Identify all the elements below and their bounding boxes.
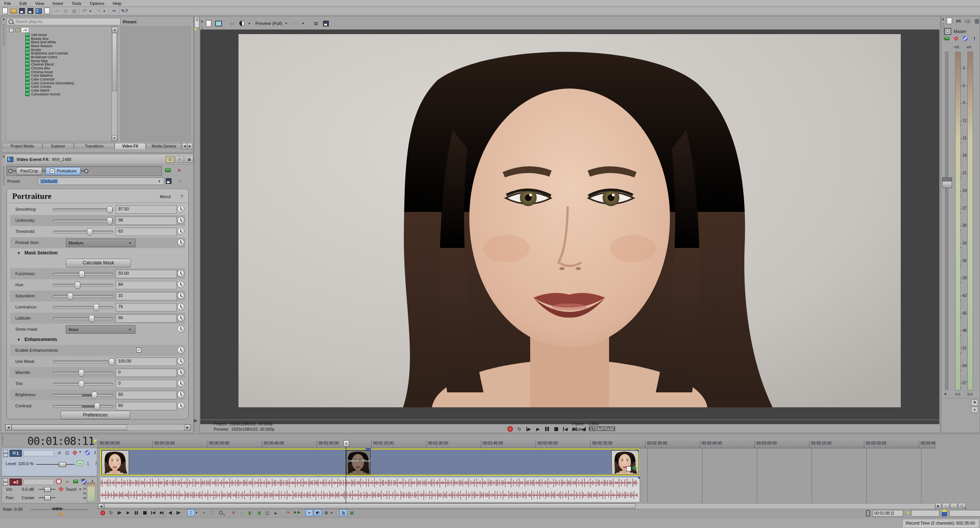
animate-clock-icon[interactable]	[177, 314, 185, 321]
hue-slider[interactable]	[53, 282, 113, 288]
cut-icon[interactable]: ✂	[54, 8, 61, 15]
menu-item[interactable]: Tools	[67, 1, 86, 6]
saturation-value[interactable]: 31	[116, 292, 177, 300]
mixer-view-icon[interactable]: ▥	[973, 17, 980, 24]
tab-transitions[interactable]: Transitions	[74, 143, 114, 149]
luminance-slider[interactable]	[53, 304, 113, 310]
preview-quality-dropdown-icon[interactable]: ▾	[285, 21, 289, 25]
close-icon[interactable]: x	[942, 17, 944, 21]
audio-track-number-chip[interactable]: ◀2	[10, 479, 22, 485]
search-input[interactable]	[15, 19, 112, 24]
copy-snapshot-icon[interactable]: ⧉	[312, 20, 319, 27]
use-mask-value[interactable]: 100.00	[116, 357, 177, 366]
undo-dropdown-icon[interactable]: ▾	[90, 9, 93, 13]
scrollbar-thumb[interactable]	[112, 33, 117, 91]
scroll-up-icon[interactable]: ▲	[971, 407, 978, 413]
help-button[interactable]: ?	[181, 194, 183, 199]
scroll-down-icon[interactable]: ▼	[112, 135, 117, 141]
fuzziness-slider[interactable]	[53, 271, 113, 277]
pan-crop-event-icon[interactable]	[626, 466, 631, 471]
play-from-start-icon[interactable]: ▶	[116, 509, 123, 516]
save-snapshot-icon[interactable]	[322, 20, 329, 27]
meter-db-left[interactable]: 0.0	[955, 392, 960, 396]
previous-frame-icon[interactable]: ◀	[166, 509, 174, 516]
animate-clock-icon[interactable]	[177, 369, 185, 376]
scrub-control-icon[interactable]: ◀◀▶▶	[51, 506, 62, 511]
tree-collapse-icon[interactable]: −	[9, 28, 13, 32]
split-event-icon[interactable]: ◫	[263, 509, 271, 516]
marker-flag-icon[interactable]: ⚑	[971, 400, 978, 406]
split-screen-view-icon[interactable]	[238, 20, 245, 27]
automation-dropdown-icon[interactable]: ▾	[79, 450, 83, 456]
track-meter-peak[interactable]: -Inf.	[80, 478, 86, 482]
new-project-icon[interactable]	[2, 8, 8, 15]
animate-clock-icon[interactable]	[177, 205, 185, 213]
whats-this-help-icon[interactable]: ✎?	[121, 8, 128, 15]
calculate-mask-button[interactable]: Calculate Mask	[66, 259, 131, 267]
make-composite-child-icon[interactable]: ⤵	[85, 461, 91, 466]
go-to-start-icon[interactable]: ◀	[149, 509, 157, 516]
trim-end-icon[interactable]: ◨	[255, 509, 263, 516]
timeline-ruler[interactable]: 00:00:00:0000:00:15:0000:00:30:0000:00:4…	[98, 440, 936, 448]
animate-clock-icon[interactable]	[177, 228, 185, 235]
plugin-list-item[interactable]: Channel Blend	[6, 63, 112, 67]
meter-db-right[interactable]: 0.0	[967, 392, 972, 396]
use-mask-slider[interactable]	[53, 358, 113, 365]
lock-fader-icon[interactable]: 🔒︎	[944, 391, 946, 396]
master-fader-handle[interactable]	[942, 177, 952, 188]
uniformity-slider[interactable]	[53, 217, 113, 224]
track-fx-icon[interactable]	[72, 479, 79, 484]
menu-item[interactable]: Insert	[48, 1, 67, 6]
bus-icon[interactable]	[944, 28, 951, 35]
tab-explorer[interactable]: Explorer	[42, 143, 74, 149]
track-meter[interactable]	[87, 482, 95, 502]
project-properties-icon[interactable]	[35, 8, 42, 15]
video-event[interactable]: (Media Offline) ✚	[100, 449, 639, 476]
smoothing-slider[interactable]	[53, 206, 113, 213]
hue-value[interactable]: 84	[116, 281, 177, 289]
menu-item[interactable]: View	[31, 1, 49, 6]
preview-quality-dropdown[interactable]: Preview (Full)	[255, 21, 282, 26]
edit-tool-dropdown-icon[interactable]: ▾	[196, 511, 199, 515]
snap-offset-marker[interactable]	[366, 448, 371, 450]
plugin-list-item[interactable]: Add Noise	[6, 33, 112, 37]
plugin-list-item[interactable]: Brightness and Contrast	[6, 51, 112, 55]
menu-item[interactable]: Edit	[15, 1, 31, 6]
delete-preset-icon[interactable]: ✕	[176, 177, 183, 184]
mixer-properties-icon[interactable]	[946, 17, 953, 24]
record-icon[interactable]	[99, 509, 106, 516]
dim-output-icon[interactable]: ◁↓	[964, 17, 971, 24]
plugin-list-item[interactable]: Color Balance	[6, 74, 112, 78]
enable-enhancements-checkbox[interactable]: ✓	[136, 348, 141, 353]
grid-overlay-dropdown-icon[interactable]: ▾	[302, 21, 306, 25]
save-preset-icon[interactable]	[165, 177, 172, 184]
layout-grid-icon[interactable]: ▦	[185, 156, 193, 163]
luminance-value[interactable]: 75	[116, 303, 177, 312]
quantize-dropdown-icon[interactable]: ▾	[331, 511, 335, 515]
smoothing-value[interactable]: 97.50	[116, 205, 177, 214]
delete-icon[interactable]: ✕	[230, 509, 237, 516]
fx-chain-portraiture[interactable]: ✓ Portraiture	[46, 167, 80, 175]
copy-icon[interactable]: ⧉	[62, 8, 69, 15]
plugin-list-item[interactable]: Bump Map	[6, 59, 112, 63]
zoom-tool-icon[interactable]	[958, 503, 965, 508]
pause-icon[interactable]	[132, 509, 140, 516]
event-fx-icon[interactable]: ✚	[632, 465, 637, 472]
zoom-out-time-icon[interactable]: −	[950, 503, 957, 508]
latitude-value[interactable]: 66	[116, 314, 177, 323]
scroll-right-icon[interactable]: ▶	[185, 425, 191, 430]
master-meter-right[interactable]	[967, 52, 973, 390]
video-properties-icon[interactable]	[205, 20, 212, 27]
contrast-value[interactable]: 60	[116, 402, 177, 410]
about-button[interactable]: About	[160, 194, 171, 199]
interaction-hand-icon[interactable]: ✑	[111, 8, 118, 15]
insert-fx-icon[interactable]	[944, 36, 950, 41]
cursor-position-field[interactable]: 00:01:08:11	[872, 510, 903, 517]
fx-hscrollbar[interactable]: ◀ ▶	[5, 424, 191, 431]
trim-start-icon[interactable]: ◧	[247, 509, 254, 516]
track-minimize-icon[interactable]	[3, 450, 8, 457]
plugin-list-item[interactable]: Color Curves	[6, 85, 112, 89]
lock-envelopes-icon[interactable]: ▦	[348, 509, 356, 516]
downmix-output-icon[interactable]: ⋈	[955, 17, 962, 24]
brightness-slider[interactable]	[53, 392, 113, 398]
